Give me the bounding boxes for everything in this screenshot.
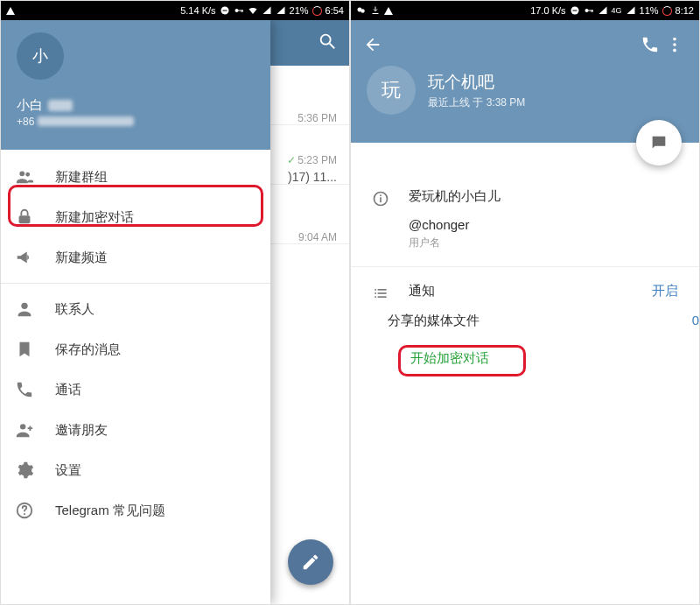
drawer-item-new-channel[interactable]: 新建频道	[1, 237, 270, 278]
svg-rect-33	[378, 292, 387, 294]
username-label: 用户名	[409, 236, 678, 250]
key-icon	[584, 5, 594, 16]
profile-header: 玩 玩个机吧 最近上线 于 3:38 PM	[351, 20, 699, 143]
status-bar: 17.0 K/s 4G 11% 8:12	[351, 1, 699, 20]
person-add-icon	[15, 420, 34, 440]
svg-point-6	[321, 35, 331, 45]
avatar-initial: 小	[32, 46, 48, 67]
divider	[1, 283, 270, 284]
drawer-item-settings[interactable]: 设置	[1, 450, 270, 490]
svg-rect-27	[380, 197, 382, 202]
group-icon	[15, 167, 34, 186]
svg-rect-32	[378, 289, 387, 291]
drawer-item-saved-messages[interactable]: 保存的消息	[1, 329, 270, 369]
svg-point-24	[673, 43, 676, 46]
svg-line-7	[330, 44, 335, 49]
user-phone: +86	[17, 116, 34, 128]
drawer-item-invite[interactable]: 邀请朋友	[1, 410, 270, 450]
svg-rect-18	[572, 11, 577, 11]
signal-icon-2	[626, 5, 636, 16]
net-speed: 17.0 K/s	[530, 5, 565, 16]
svg-rect-20	[588, 11, 593, 11]
profile-info-row[interactable]: 爱玩机的小白儿 @chonger 用户名	[351, 181, 699, 257]
message-fab[interactable]	[636, 120, 682, 165]
drawer-item-faq[interactable]: Telegram 常见问题	[1, 490, 270, 531]
svg-rect-34	[378, 296, 387, 298]
avatar[interactable]: 玩	[367, 66, 416, 115]
left-phone: 5.14 K/s 21% 6:54 5:36 PM ✓5:23 PM )17) …	[1, 1, 350, 604]
drawer-item-label: 通话	[55, 382, 81, 398]
notifications-row[interactable]: 通知 开启	[351, 276, 699, 302]
gear-icon	[15, 461, 34, 480]
drawer-item-new-group[interactable]: 新建群组	[1, 157, 270, 197]
compose-fab[interactable]	[288, 539, 333, 585]
svg-point-12	[20, 424, 25, 429]
chat-preview: )17) 11...	[288, 170, 337, 184]
battery-pct: 21%	[290, 5, 309, 16]
call-button[interactable]	[638, 35, 662, 54]
drawer-item-label: 邀请朋友	[55, 422, 108, 439]
drawer-item-label: Telegram 常见问题	[55, 503, 165, 519]
shared-media-row[interactable]: 分享的媒体文件 0	[351, 302, 699, 340]
svg-point-14	[24, 513, 25, 515]
dnd-icon	[570, 5, 580, 16]
download-icon	[370, 5, 381, 16]
status-bar: 5.14 K/s 21% 6:54	[1, 1, 349, 20]
back-button[interactable]	[363, 35, 382, 54]
net-type: 4G	[612, 6, 622, 15]
notifications-label: 通知	[409, 283, 435, 299]
chat-time: 5:36 PM	[298, 112, 337, 124]
drawer-item-contacts[interactable]: 联系人	[1, 289, 270, 329]
svg-point-23	[673, 38, 676, 41]
shared-media-value: 0	[692, 313, 699, 329]
avatar: 小	[17, 32, 64, 80]
net-speed: 5.14 K/s	[180, 5, 215, 16]
svg-point-16	[360, 9, 365, 13]
contact-icon	[15, 299, 34, 319]
warning-icon	[384, 7, 393, 15]
lock-icon	[15, 208, 34, 227]
drawer-item-label: 新建群组	[55, 169, 108, 186]
last-seen: 最近上线 于 3:38 PM	[428, 95, 525, 110]
svg-rect-1	[222, 11, 227, 11]
svg-rect-22	[592, 11, 593, 12]
bookmark-icon	[15, 340, 34, 359]
overflow-menu-button[interactable]	[662, 35, 687, 54]
chat-bubble-icon	[649, 133, 668, 152]
svg-rect-31	[374, 296, 376, 298]
search-icon[interactable]	[318, 32, 337, 54]
signal-icon	[262, 5, 272, 16]
dnd-icon	[220, 5, 230, 16]
wechat-icon	[356, 5, 367, 16]
info-icon	[372, 190, 389, 208]
drawer-item-label: 保存的消息	[55, 341, 121, 358]
drawer-list: 新建群组 新建加密对话 新建频道 联系人 保存的消息 通话	[1, 150, 270, 538]
wifi-icon	[248, 5, 258, 16]
start-secret-chat-button[interactable]: 开始加密对话	[409, 347, 491, 370]
drawer-item-new-secret-chat[interactable]: 新建加密对话	[1, 197, 270, 237]
chat-time: 5:23 PM	[298, 154, 337, 166]
read-checks-icon: ✓	[287, 154, 296, 166]
drawer-header[interactable]: 小 小白 +86	[1, 20, 270, 150]
svg-rect-3	[238, 11, 243, 11]
profile-body: 爱玩机的小白儿 @chonger 用户名 通知 开启 分享的媒体文件 0 开始加…	[351, 143, 699, 370]
svg-rect-21	[591, 11, 592, 13]
svg-point-8	[19, 171, 24, 176]
right-phone: 17.0 K/s 4G 11% 8:12 玩	[350, 1, 699, 604]
svg-rect-4	[241, 11, 242, 13]
pencil-icon	[301, 552, 320, 572]
drawer-item-label: 新建加密对话	[55, 209, 134, 226]
svg-point-9	[25, 172, 30, 177]
clock-icon	[662, 6, 672, 16]
svg-point-2	[234, 9, 238, 12]
svg-rect-5	[242, 11, 243, 12]
svg-point-25	[673, 49, 676, 53]
clock-icon	[312, 6, 322, 16]
key-icon	[234, 5, 244, 16]
chat-time: 9:04 AM	[298, 231, 337, 243]
more-vert-icon	[665, 35, 684, 54]
list-icon	[372, 285, 389, 302]
drawer-item-calls[interactable]: 通话	[1, 369, 270, 410]
help-icon	[15, 501, 34, 520]
battery-pct: 11%	[640, 5, 659, 16]
